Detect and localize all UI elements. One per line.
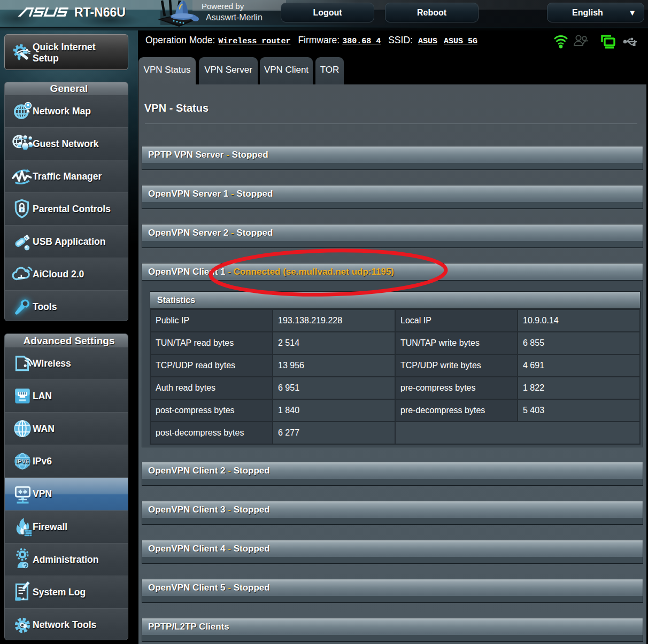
svg-text:IPV6: IPV6: [16, 458, 29, 464]
